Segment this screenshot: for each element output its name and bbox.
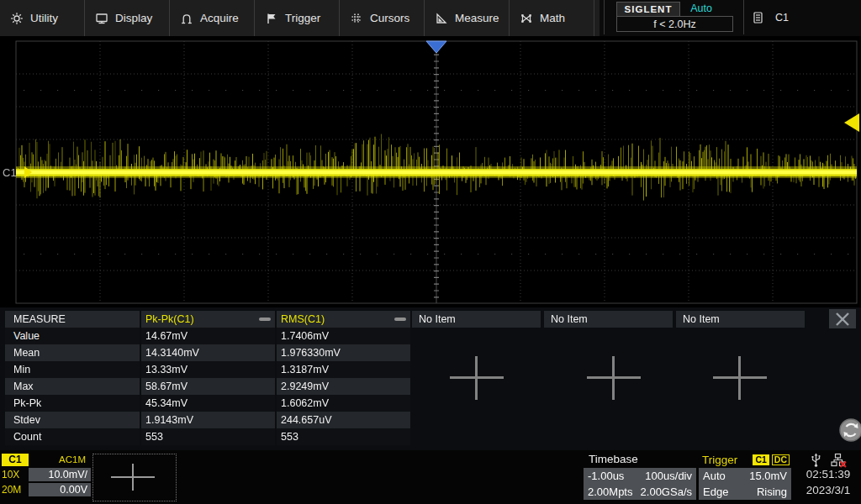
timebase-delay: -1.00us — [588, 470, 624, 482]
trigger-panel[interactable]: Trigger C1 DC Auto 15.0mV Edge Rising — [699, 453, 791, 500]
measure-row-label: Count — [5, 428, 140, 445]
monitor-icon — [95, 12, 108, 25]
trigger-coupling-badge: DC — [772, 454, 790, 465]
usb-icon — [810, 453, 822, 468]
menu-utility[interactable]: Utility — [0, 0, 84, 36]
measure-value: 1.3187mV — [277, 361, 410, 378]
measure-value: 1.9143mV — [141, 412, 275, 428]
channel1-bandwidth-limit: 20M — [2, 484, 29, 496]
top-menu-bar: Utility Display Acquire Trigger — [0, 0, 861, 36]
gesture-rotate-icon — [838, 417, 861, 443]
measure-value: 58.67mV — [141, 378, 275, 395]
trigger-level-marker[interactable] — [844, 113, 859, 132]
measure-column-empty-1[interactable]: No Item — [412, 311, 541, 328]
add-measure-slot-1-button[interactable] — [450, 356, 504, 400]
measure-row-label: Max — [5, 378, 140, 395]
flag-icon — [265, 12, 278, 25]
channel-summary-label: C1 — [775, 12, 789, 24]
acquisition-status: Auto — [682, 2, 721, 15]
trigger-source-badge: C1 — [753, 454, 769, 465]
waveform-display-area[interactable]: C1 — [0, 36, 861, 307]
brand-logo: SIGLENT — [616, 2, 680, 17]
bowtie-icon — [520, 12, 533, 25]
add-measure-slot-3-button[interactable] — [713, 356, 767, 400]
channel1-probe-attenuation: 10X — [2, 469, 29, 480]
trigger-type: Edge — [703, 486, 728, 498]
trigger-position-marker[interactable] — [426, 41, 446, 53]
bottom-status-bar: C1 AC1M 10X 10.0mV/ 20M 0.00V Timebase -… — [0, 450, 861, 504]
crosshatch-icon — [350, 12, 363, 25]
timebase-sample-rate: 2.00GSa/s — [641, 486, 692, 498]
close-icon — [834, 312, 851, 326]
channel-summary-button[interactable]: C1 — [747, 0, 861, 34]
menu-math-label: Math — [540, 12, 565, 24]
measure-value: 553 — [277, 428, 410, 445]
menu-trigger[interactable]: Trigger — [255, 0, 339, 36]
trigger-title: Trigger — [699, 454, 753, 466]
channel1-badge[interactable]: C1 — [2, 454, 29, 466]
measure-column-empty-2[interactable]: No Item — [544, 311, 673, 328]
channel1-position-marker[interactable] — [24, 166, 32, 178]
measure-column-empty-3[interactable]: No Item — [676, 311, 805, 328]
channel1-panel[interactable]: C1 AC1M 10X 10.0mV/ 20M 0.00V — [2, 453, 91, 501]
measure-value: 1.976330mV — [277, 344, 410, 361]
add-channel-button[interactable] — [92, 454, 177, 501]
channel1-volts-per-div: 10.0mV/ — [29, 468, 91, 481]
trigger-level: 15.0mV — [749, 470, 787, 482]
system-time: 02:51:39 — [795, 468, 861, 480]
timebase-title: Timebase — [584, 453, 696, 466]
measure-value: 553 — [141, 428, 275, 445]
measure-column-pkpk[interactable]: Pk-Pk(C1) — [141, 311, 275, 328]
close-measure-panel-button[interactable] — [829, 309, 856, 328]
remove-rms-measure-button[interactable] — [394, 318, 406, 321]
measure-value: 14.67mV — [141, 328, 275, 344]
scope-markers: C1 — [0, 36, 861, 307]
lan-disconnected-icon — [831, 453, 847, 468]
measure-row-label: Pk-Pk — [5, 395, 140, 412]
measure-value: 1.6062mV — [277, 395, 410, 412]
gesture-rotate-control[interactable] — [838, 417, 861, 443]
measure-panel-title: MEASURE — [5, 311, 140, 328]
measure-row-label: Stdev — [5, 412, 140, 428]
channel1-offset: 0.00V — [29, 483, 91, 496]
timebase-panel[interactable]: Timebase -1.00us 100us/div 2.00Mpts 2.00… — [584, 453, 696, 500]
measurement-panel: MEASURE Pk-Pk(C1) RMS(C1) No Item No Ite… — [0, 307, 861, 450]
arch-icon — [180, 12, 193, 25]
menu-display[interactable]: Display — [85, 0, 169, 36]
measure-value: 14.3140mV — [141, 344, 275, 361]
menu-cursors[interactable]: Cursors — [340, 0, 424, 36]
menu-acquire-label: Acquire — [200, 12, 239, 24]
trigger-mode: Auto — [703, 470, 726, 482]
menu-math[interactable]: Math — [510, 0, 594, 36]
channel1-position-label: C1 — [3, 166, 17, 179]
menu-acquire[interactable]: Acquire — [170, 0, 254, 36]
menu-utility-label: Utility — [30, 12, 58, 24]
menu-cursors-label: Cursors — [370, 12, 409, 24]
system-status-area: 02:51:39 2023/3/1 — [795, 450, 861, 504]
measure-value: 1.7406mV — [277, 328, 410, 344]
menu-trigger-label: Trigger — [285, 12, 320, 24]
remove-pkpk-measure-button[interactable] — [259, 318, 271, 321]
menu-measure-label: Measure — [455, 12, 499, 24]
timebase-memory-depth: 2.00Mpts — [588, 486, 632, 498]
topbar-status-block: SIGLENT Auto f < 2.0Hz C1 — [600, 0, 861, 36]
separator — [743, 0, 744, 34]
timebase-scale: 100us/div — [645, 470, 692, 482]
set-square-icon — [435, 12, 448, 25]
trigger-frequency-readout: f < 2.0Hz — [616, 16, 733, 32]
separator — [604, 0, 605, 34]
measure-row-label: Mean — [5, 344, 140, 361]
measure-value: 244.657uV — [277, 412, 410, 428]
measure-row-label: Min — [5, 361, 140, 378]
measure-value: 13.33mV — [141, 361, 275, 378]
system-date: 2023/3/1 — [795, 484, 861, 496]
menu-display-label: Display — [115, 12, 152, 24]
menu-measure[interactable]: Measure — [425, 0, 509, 36]
add-measure-slot-2-button[interactable] — [587, 356, 641, 400]
clipboard-icon — [753, 11, 763, 24]
trigger-slope: Rising — [757, 486, 787, 498]
channel1-coupling: AC1M — [29, 454, 91, 465]
measure-value: 45.34mV — [141, 395, 275, 412]
measure-column-rms[interactable]: RMS(C1) — [277, 311, 410, 328]
measure-value: 2.9249mV — [277, 378, 410, 395]
